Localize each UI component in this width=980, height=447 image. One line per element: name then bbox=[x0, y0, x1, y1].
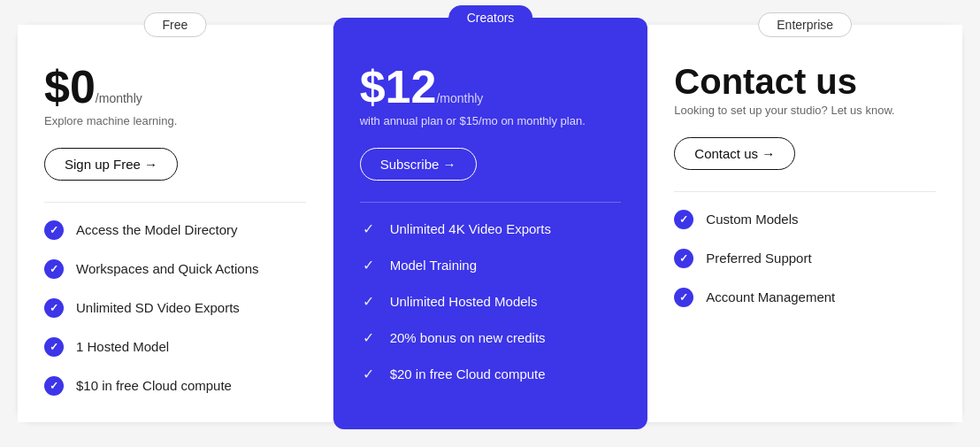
feature-item: Custom Models bbox=[674, 210, 936, 229]
plan-price-free: $0/monthly bbox=[44, 64, 306, 110]
feature-item: Preferred Support bbox=[674, 249, 936, 268]
plan-cta-enterprise[interactable]: Contact us → bbox=[674, 137, 795, 170]
feature-item: Unlimited SD Video Exports bbox=[44, 298, 306, 318]
feature-text: Custom Models bbox=[706, 212, 798, 227]
plan-period-creators: /monthly bbox=[436, 91, 483, 105]
feature-text: Unlimited 4K Video Exports bbox=[390, 221, 551, 236]
feature-text: Model Training bbox=[390, 258, 477, 273]
feature-list-creators: ✓Unlimited 4K Video Exports✓Model Traini… bbox=[360, 220, 622, 382]
check-icon bbox=[44, 259, 64, 279]
check-icon: ✓ bbox=[360, 220, 378, 237]
feature-text: Account Management bbox=[706, 289, 835, 304]
plan-amount-free: $0 bbox=[44, 61, 96, 112]
plan-card-enterprise: EnterpriseContact usLooking to set up yo… bbox=[647, 25, 962, 421]
pricing-container: Free$0/monthlyExplore machine learning.S… bbox=[18, 25, 962, 421]
plan-amount-creators: $12 bbox=[360, 61, 437, 112]
check-icon bbox=[44, 376, 64, 396]
feature-item: 1 Hosted Model bbox=[44, 337, 306, 357]
check-icon bbox=[674, 210, 693, 229]
feature-text: Unlimited Hosted Models bbox=[390, 294, 538, 309]
check-icon bbox=[44, 337, 64, 357]
plan-amount-enterprise: Contact us bbox=[674, 62, 857, 101]
plan-tab-enterprise: Enterprise bbox=[758, 12, 852, 37]
plan-divider-enterprise bbox=[674, 191, 936, 192]
plan-tab-creators: Creators bbox=[448, 5, 533, 30]
feature-text: $10 in free Cloud compute bbox=[76, 378, 232, 393]
plan-cta-creators[interactable]: Subscribe → bbox=[360, 148, 477, 181]
check-icon: ✓ bbox=[360, 257, 378, 274]
feature-text: 20% bonus on new credits bbox=[390, 330, 546, 345]
plan-price-enterprise: Contact us bbox=[674, 64, 936, 99]
plan-price-creators: $12/monthly bbox=[360, 64, 622, 110]
check-icon bbox=[44, 220, 64, 240]
feature-text: Unlimited SD Video Exports bbox=[76, 300, 240, 315]
feature-item: Account Management bbox=[674, 288, 936, 307]
plan-subtitle-enterprise: Looking to set up your studio? Let us kn… bbox=[674, 103, 936, 119]
feature-item: ✓Unlimited 4K Video Exports bbox=[360, 220, 622, 237]
feature-list-enterprise: Custom ModelsPreferred SupportAccount Ma… bbox=[674, 210, 936, 307]
feature-item: Access the Model Directory bbox=[44, 220, 306, 240]
plan-tab-free: Free bbox=[143, 12, 206, 37]
feature-text: $20 in free Cloud compute bbox=[390, 366, 546, 381]
feature-item: ✓20% bonus on new credits bbox=[360, 329, 622, 346]
check-icon bbox=[674, 249, 693, 268]
feature-text: Access the Model Directory bbox=[76, 222, 238, 237]
feature-list-free: Access the Model DirectoryWorkspaces and… bbox=[44, 220, 306, 396]
feature-text: Workspaces and Quick Actions bbox=[76, 261, 258, 276]
plan-divider-free bbox=[44, 202, 306, 203]
feature-item: ✓Model Training bbox=[360, 257, 622, 274]
plan-divider-creators bbox=[360, 202, 622, 203]
plan-card-creators: Creators$12/monthlywith annual plan or $… bbox=[333, 18, 648, 428]
check-icon: ✓ bbox=[360, 329, 378, 346]
plan-subtitle-free: Explore machine learning. bbox=[44, 113, 306, 129]
feature-text: 1 Hosted Model bbox=[76, 339, 169, 354]
feature-text: Preferred Support bbox=[706, 250, 811, 266]
check-icon: ✓ bbox=[360, 366, 378, 382]
feature-item: ✓$20 in free Cloud compute bbox=[360, 366, 622, 382]
plan-subtitle-creators: with annual plan or $15/mo on monthly pl… bbox=[360, 113, 622, 129]
plan-period-free: /monthly bbox=[96, 91, 142, 105]
feature-item: Workspaces and Quick Actions bbox=[44, 259, 306, 279]
check-icon bbox=[674, 288, 693, 307]
plan-cta-free[interactable]: Sign up Free → bbox=[44, 148, 178, 181]
feature-item: $10 in free Cloud compute bbox=[44, 376, 306, 396]
feature-item: ✓Unlimited Hosted Models bbox=[360, 293, 622, 310]
plan-card-free: Free$0/monthlyExplore machine learning.S… bbox=[18, 25, 333, 421]
check-icon: ✓ bbox=[360, 293, 378, 310]
check-icon bbox=[44, 298, 64, 318]
